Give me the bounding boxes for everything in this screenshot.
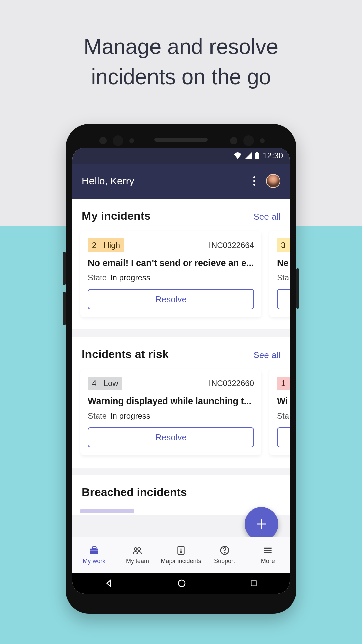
ticket-id: INC0322660	[209, 379, 254, 388]
back-icon[interactable]	[104, 578, 114, 588]
priority-badge: 2 - High	[88, 238, 124, 252]
status-bar: 12:30	[72, 148, 290, 164]
svg-rect-16	[251, 581, 256, 586]
ticket-id: INC0322664	[209, 240, 254, 250]
svg-point-9	[181, 552, 182, 553]
resolve-button[interactable]	[277, 427, 290, 447]
see-all-link[interactable]: See all	[254, 350, 281, 360]
avatar[interactable]	[266, 174, 280, 188]
status-icons	[233, 152, 259, 159]
incident-card[interactable]: 4 - Low INC0322660 Warning displayed whi…	[80, 369, 261, 455]
resolve-button[interactable]: Resolve	[88, 289, 254, 309]
incident-card[interactable]: 1 - Wi Sta	[269, 369, 290, 455]
svg-point-15	[178, 580, 185, 587]
tab-label: More	[261, 558, 275, 565]
incident-title: Wi	[277, 396, 290, 407]
device-frame: 12:30 Hello, Kerry My incidents See all	[66, 124, 296, 614]
resolve-button[interactable]: Resolve	[88, 427, 254, 447]
app-header: Hello, Kerry	[72, 164, 290, 199]
priority-badge: 3 -	[277, 238, 290, 252]
priority-badge: 1 -	[277, 377, 290, 390]
home-icon[interactable]	[177, 578, 187, 588]
battery-icon	[255, 152, 259, 159]
svg-point-5	[134, 548, 137, 550]
incident-card[interactable]: 2 - High INC0322664 No email! I can't se…	[80, 231, 261, 317]
tab-label: My team	[126, 558, 149, 565]
phone-speaker	[154, 138, 208, 142]
state-value: In progress	[110, 411, 150, 420]
tab-my-team[interactable]: My team	[116, 537, 160, 573]
android-nav-bar	[72, 573, 290, 594]
my-incidents-cards[interactable]: 2 - High INC0322664 No email! I can't se…	[72, 228, 290, 327]
incident-state: Sta	[277, 411, 290, 421]
priority-badge: 4 - Low	[88, 377, 122, 390]
help-icon	[219, 545, 230, 556]
incident-title: Warning displayed while launching t...	[88, 396, 254, 407]
plus-icon	[255, 517, 268, 531]
svg-rect-2	[90, 549, 98, 554]
volume-down-button	[63, 292, 66, 325]
power-button	[296, 268, 299, 309]
state-label: Sta	[277, 411, 289, 420]
state-label: State	[88, 411, 107, 420]
incident-card[interactable]: 3 - Ne Sta	[269, 231, 290, 317]
state-value: In progress	[110, 273, 150, 282]
incident-card-peek[interactable]	[80, 509, 134, 513]
wifi-icon	[233, 152, 242, 159]
state-label: Sta	[277, 273, 289, 282]
briefcase-icon	[89, 545, 100, 556]
tab-more[interactable]: More	[246, 537, 290, 573]
tab-label: My work	[83, 558, 105, 565]
alert-icon	[176, 545, 186, 556]
section-title: Breached incidents	[82, 486, 187, 499]
at-risk-section: Incidents at risk See all 4 - Low INC032…	[72, 337, 290, 468]
tab-major-incidents[interactable]: Major incidents	[159, 537, 203, 573]
tab-my-work[interactable]: My work	[72, 537, 116, 573]
headline-line-2: incidents on the go	[0, 62, 362, 92]
state-label: State	[88, 273, 107, 282]
incident-state: Sta	[277, 273, 290, 282]
tab-label: Major incidents	[161, 558, 201, 565]
tab-bar: My work My team Major incidents Support …	[72, 537, 290, 573]
section-title: Incidents at risk	[82, 347, 169, 361]
tab-label: Support	[214, 558, 235, 565]
headline-line-1: Manage and resolve	[0, 32, 362, 62]
greeting-text: Hello, Kerry	[82, 175, 134, 187]
overflow-menu-button[interactable]	[251, 174, 257, 188]
incident-state: State In progress	[88, 411, 254, 421]
svg-point-11	[224, 552, 225, 553]
add-incident-button[interactable]	[245, 507, 278, 541]
tab-support[interactable]: Support	[203, 537, 246, 573]
incident-title: Ne	[277, 258, 290, 268]
section-title: My incidents	[82, 209, 151, 222]
incident-title: No email! I can't send or recieve an e..…	[88, 258, 254, 268]
incident-state: State In progress	[88, 273, 254, 282]
content-scroll[interactable]: My incidents See all 2 - High INC0322664…	[72, 199, 290, 515]
svg-point-6	[138, 548, 141, 550]
resolve-button[interactable]	[277, 289, 290, 309]
svg-rect-3	[92, 547, 96, 548]
volume-up-button	[63, 252, 66, 285]
cellular-icon	[245, 152, 252, 159]
team-icon	[132, 545, 143, 556]
marketing-headline: Manage and resolve incidents on the go	[0, 32, 362, 92]
my-incidents-section: My incidents See all 2 - High INC0322664…	[72, 199, 290, 329]
at-risk-cards[interactable]: 4 - Low INC0322660 Warning displayed whi…	[72, 367, 290, 465]
app-screen: 12:30 Hello, Kerry My incidents See all	[72, 148, 290, 594]
see-all-link[interactable]: See all	[254, 212, 281, 222]
status-time: 12:30	[263, 151, 283, 160]
menu-icon	[262, 545, 273, 556]
recents-icon[interactable]	[249, 579, 258, 588]
